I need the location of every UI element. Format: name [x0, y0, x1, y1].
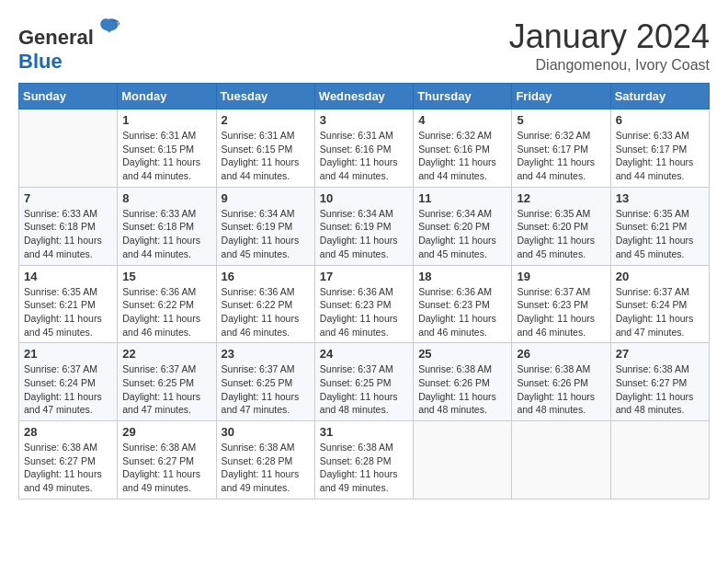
- calendar-day-cell: 28Sunrise: 6:38 AMSunset: 6:27 PMDayligh…: [19, 421, 118, 500]
- calendar-day-cell: 3Sunrise: 6:31 AMSunset: 6:16 PMDaylight…: [314, 109, 413, 188]
- calendar-day-cell: 25Sunrise: 6:38 AMSunset: 6:26 PMDayligh…: [414, 343, 512, 421]
- calendar-day-cell: 22Sunrise: 6:37 AMSunset: 6:25 PMDayligh…: [118, 343, 216, 421]
- day-number: 27: [616, 347, 704, 361]
- day-info: Sunrise: 6:38 AMSunset: 6:28 PMDaylight:…: [222, 441, 310, 495]
- day-info: Sunrise: 6:33 AMSunset: 6:17 PMDaylight:…: [616, 129, 704, 183]
- day-number: 25: [418, 347, 506, 361]
- day-info: Sunrise: 6:34 AMSunset: 6:19 PMDaylight:…: [222, 207, 310, 261]
- page-header: General Blue January 2024 Diangomenou, I…: [18, 18, 710, 74]
- day-info: Sunrise: 6:37 AMSunset: 6:25 PMDaylight:…: [122, 362, 210, 417]
- calendar-day-cell: 20Sunrise: 6:37 AMSunset: 6:24 PMDayligh…: [610, 265, 709, 343]
- calendar-day-cell: 11Sunrise: 6:34 AMSunset: 6:20 PMDayligh…: [414, 187, 512, 265]
- day-info: Sunrise: 6:37 AMSunset: 6:25 PMDaylight:…: [222, 362, 310, 417]
- calendar-week-row: 28Sunrise: 6:38 AMSunset: 6:27 PMDayligh…: [19, 421, 710, 500]
- day-info: Sunrise: 6:37 AMSunset: 6:25 PMDaylight:…: [320, 362, 408, 417]
- calendar-day-cell: [610, 421, 709, 500]
- calendar-day-header: Friday: [512, 84, 610, 109]
- calendar-day-header: Tuesday: [216, 84, 314, 109]
- day-number: 9: [222, 191, 310, 205]
- day-info: Sunrise: 6:35 AMSunset: 6:20 PMDaylight:…: [517, 207, 605, 261]
- day-info: Sunrise: 6:38 AMSunset: 6:27 PMDaylight:…: [24, 441, 112, 495]
- calendar-week-row: 7Sunrise: 6:33 AMSunset: 6:18 PMDaylight…: [19, 187, 710, 265]
- day-number: 8: [122, 191, 210, 205]
- calendar-day-cell: 6Sunrise: 6:33 AMSunset: 6:17 PMDaylight…: [610, 109, 709, 188]
- calendar-day-header: Sunday: [19, 84, 118, 109]
- day-info: Sunrise: 6:32 AMSunset: 6:16 PMDaylight:…: [418, 129, 506, 183]
- day-number: 15: [122, 270, 210, 283]
- day-info: Sunrise: 6:37 AMSunset: 6:24 PMDaylight:…: [616, 285, 704, 339]
- calendar-day-cell: 12Sunrise: 6:35 AMSunset: 6:20 PMDayligh…: [512, 187, 610, 265]
- day-number: 30: [222, 425, 310, 439]
- calendar-day-header: Saturday: [610, 84, 709, 109]
- title-block: January 2024 Diangomenou, Ivory Coast: [509, 18, 710, 74]
- calendar-day-cell: 21Sunrise: 6:37 AMSunset: 6:24 PMDayligh…: [19, 343, 118, 421]
- day-number: 5: [517, 113, 605, 127]
- logo-general: General: [18, 26, 94, 49]
- day-info: Sunrise: 6:38 AMSunset: 6:26 PMDaylight:…: [517, 362, 605, 417]
- calendar-day-cell: [19, 109, 118, 188]
- calendar-day-header: Thursday: [414, 84, 512, 109]
- day-info: Sunrise: 6:37 AMSunset: 6:23 PMDaylight:…: [517, 285, 605, 339]
- day-info: Sunrise: 6:33 AMSunset: 6:18 PMDaylight:…: [24, 207, 112, 261]
- day-number: 6: [616, 113, 704, 127]
- day-number: 13: [616, 191, 704, 205]
- day-info: Sunrise: 6:35 AMSunset: 6:21 PMDaylight:…: [616, 207, 704, 261]
- calendar-day-cell: 30Sunrise: 6:38 AMSunset: 6:28 PMDayligh…: [216, 421, 314, 500]
- day-info: Sunrise: 6:36 AMSunset: 6:22 PMDaylight:…: [122, 285, 210, 339]
- day-info: Sunrise: 6:38 AMSunset: 6:27 PMDaylight:…: [122, 441, 210, 495]
- calendar-day-cell: 18Sunrise: 6:36 AMSunset: 6:23 PMDayligh…: [414, 265, 512, 343]
- logo-blue: Blue: [18, 50, 63, 73]
- calendar-day-cell: 2Sunrise: 6:31 AMSunset: 6:15 PMDaylight…: [216, 109, 314, 188]
- day-info: Sunrise: 6:36 AMSunset: 6:23 PMDaylight:…: [418, 285, 506, 339]
- day-info: Sunrise: 6:31 AMSunset: 6:15 PMDaylight:…: [222, 129, 310, 183]
- calendar-week-row: 21Sunrise: 6:37 AMSunset: 6:24 PMDayligh…: [19, 343, 710, 421]
- calendar-day-cell: 9Sunrise: 6:34 AMSunset: 6:19 PMDaylight…: [216, 187, 314, 265]
- calendar-day-cell: 31Sunrise: 6:38 AMSunset: 6:28 PMDayligh…: [314, 421, 413, 500]
- day-number: 23: [222, 347, 310, 361]
- day-number: 24: [320, 347, 408, 361]
- day-info: Sunrise: 6:31 AMSunset: 6:15 PMDaylight:…: [122, 129, 210, 183]
- day-number: 12: [517, 191, 605, 205]
- day-info: Sunrise: 6:36 AMSunset: 6:22 PMDaylight:…: [222, 285, 310, 339]
- day-number: 14: [24, 270, 112, 283]
- calendar-day-cell: 29Sunrise: 6:38 AMSunset: 6:27 PMDayligh…: [118, 421, 216, 500]
- calendar-day-header: Monday: [118, 84, 216, 109]
- calendar-day-header: Wednesday: [314, 84, 413, 109]
- day-info: Sunrise: 6:37 AMSunset: 6:24 PMDaylight:…: [24, 362, 112, 417]
- calendar-day-cell: 23Sunrise: 6:37 AMSunset: 6:25 PMDayligh…: [216, 343, 314, 421]
- day-number: 28: [24, 425, 112, 439]
- day-info: Sunrise: 6:34 AMSunset: 6:19 PMDaylight:…: [320, 207, 408, 261]
- day-number: 2: [222, 113, 310, 127]
- location: Diangomenou, Ivory Coast: [509, 57, 710, 74]
- day-number: 7: [24, 191, 112, 205]
- calendar-day-cell: 14Sunrise: 6:35 AMSunset: 6:21 PMDayligh…: [19, 265, 118, 343]
- calendar-day-cell: [414, 421, 512, 500]
- calendar-day-cell: 27Sunrise: 6:38 AMSunset: 6:27 PMDayligh…: [610, 343, 709, 421]
- day-number: 10: [320, 191, 408, 205]
- day-number: 31: [320, 425, 408, 439]
- day-info: Sunrise: 6:35 AMSunset: 6:21 PMDaylight:…: [24, 285, 112, 339]
- day-number: 29: [122, 425, 210, 439]
- day-number: 22: [122, 347, 210, 361]
- calendar-day-cell: 1Sunrise: 6:31 AMSunset: 6:15 PMDaylight…: [118, 109, 216, 188]
- logo-text: General Blue: [18, 18, 121, 74]
- calendar-day-cell: 17Sunrise: 6:36 AMSunset: 6:23 PMDayligh…: [314, 265, 413, 343]
- calendar-day-cell: 7Sunrise: 6:33 AMSunset: 6:18 PMDaylight…: [19, 187, 118, 265]
- day-number: 19: [517, 270, 605, 283]
- day-info: Sunrise: 6:33 AMSunset: 6:18 PMDaylight:…: [122, 207, 210, 261]
- day-info: Sunrise: 6:32 AMSunset: 6:17 PMDaylight:…: [517, 129, 605, 183]
- logo: General Blue: [18, 18, 121, 74]
- calendar-day-cell: 5Sunrise: 6:32 AMSunset: 6:17 PMDaylight…: [512, 109, 610, 188]
- month-title: January 2024: [509, 18, 710, 55]
- calendar-day-cell: [512, 421, 610, 500]
- day-number: 17: [320, 270, 408, 283]
- day-number: 11: [418, 191, 506, 205]
- day-number: 26: [517, 347, 605, 361]
- day-number: 18: [418, 270, 506, 283]
- day-info: Sunrise: 6:36 AMSunset: 6:23 PMDaylight:…: [320, 285, 408, 339]
- logo-bird-icon: [96, 17, 121, 42]
- day-number: 16: [222, 270, 310, 283]
- day-info: Sunrise: 6:38 AMSunset: 6:28 PMDaylight:…: [320, 441, 408, 495]
- calendar-header-row: SundayMondayTuesdayWednesdayThursdayFrid…: [19, 84, 710, 109]
- calendar-day-cell: 8Sunrise: 6:33 AMSunset: 6:18 PMDaylight…: [118, 187, 216, 265]
